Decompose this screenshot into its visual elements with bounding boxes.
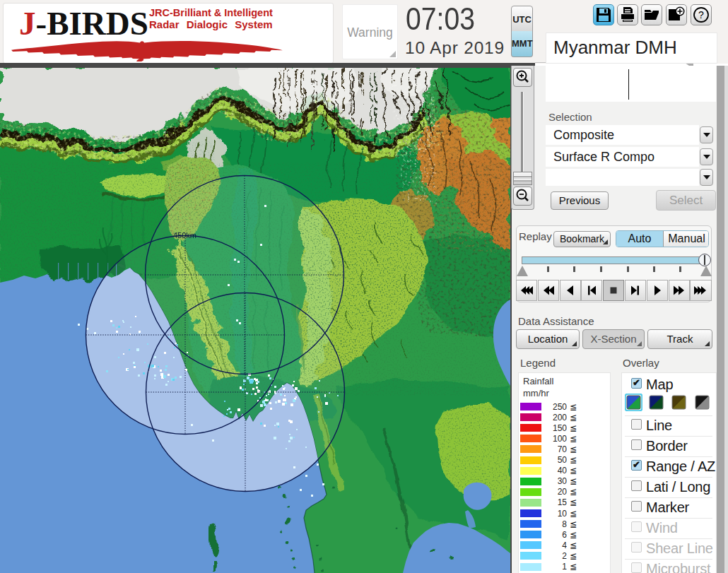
svg-text:?: ? [698, 9, 704, 20]
svg-text:450km: 450km [173, 231, 196, 240]
